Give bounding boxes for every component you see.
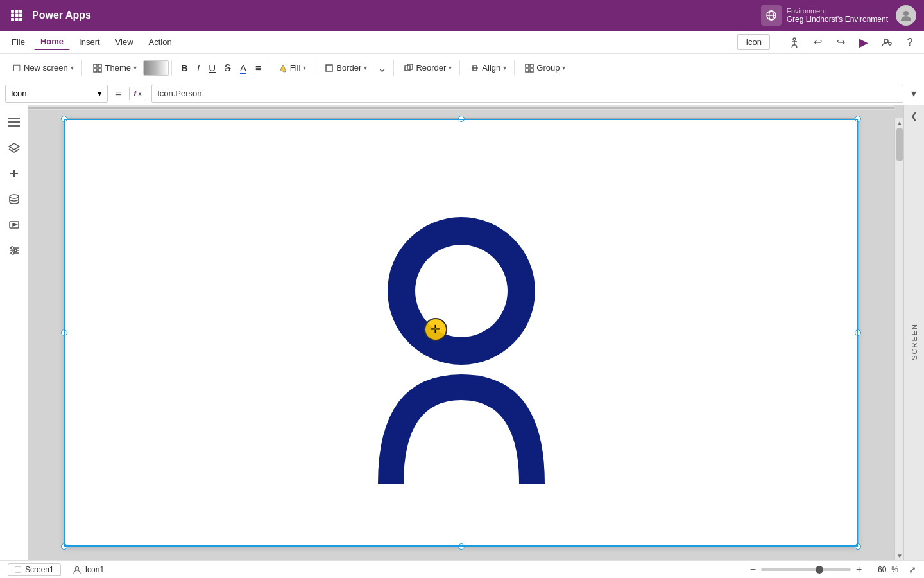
formula-input[interactable]	[151, 85, 903, 103]
sidebar-media[interactable]	[3, 213, 26, 236]
reorder-btn[interactable]: Reorder ▾	[399, 60, 457, 75]
svg-rect-7	[15, 18, 19, 21]
svg-rect-32	[526, 64, 529, 67]
scroll-thumb[interactable]	[896, 128, 903, 161]
svg-rect-25	[94, 69, 97, 72]
theme-btn[interactable]: Theme ▾	[87, 60, 142, 76]
equals-sign: =	[113, 88, 124, 100]
svg-rect-6	[11, 18, 14, 21]
strikethrough-btn[interactable]: S̶	[221, 60, 235, 76]
accessibility-btn[interactable]	[785, 33, 803, 51]
menu-insert[interactable]: Insert	[73, 35, 107, 49]
canvas-area[interactable]: ✛ ▲ ▼	[28, 105, 903, 560]
menu-action[interactable]: Action	[142, 35, 178, 49]
play-btn[interactable]: ▶	[855, 33, 873, 51]
handle-bl[interactable]	[61, 543, 67, 550]
sidebar-controls[interactable]	[3, 239, 26, 262]
user-avatar[interactable]	[896, 5, 916, 26]
zoom-controls: − + 60 % ⤢	[750, 564, 916, 575]
element-selector[interactable]: Icon ▾	[5, 85, 108, 103]
italic-btn[interactable]: I	[193, 60, 203, 76]
zoom-value: 60	[867, 565, 886, 574]
svg-rect-33	[530, 64, 533, 67]
handle-tr[interactable]	[855, 116, 861, 122]
border-group: Border ▾ ⌄	[317, 60, 394, 76]
redo-btn[interactable]: ↪	[832, 33, 850, 51]
menu-view[interactable]: View	[109, 35, 140, 49]
bottom-bar: Screen1 Icon1 − + 60 % ⤢	[0, 560, 924, 578]
border-btn[interactable]: Border ▾	[320, 60, 372, 75]
font-color-btn[interactable]: A	[236, 60, 250, 76]
help-btn[interactable]: ?	[901, 33, 919, 51]
sidebar-data[interactable]	[3, 188, 26, 211]
main-layout: ✛ ▲ ▼ ❮ SCREEN	[0, 105, 924, 560]
menu-bar-icons: ↩ ↪ ▶ ?	[785, 33, 919, 51]
svg-marker-39	[9, 143, 19, 150]
svg-rect-34	[526, 69, 529, 72]
env-name: Greg Lindhorst's Environment	[787, 15, 888, 24]
svg-rect-24	[98, 64, 101, 67]
align-btn[interactable]: ≡	[252, 60, 265, 76]
zoom-thumb[interactable]	[816, 566, 823, 574]
align-group-btn[interactable]: Align ▾	[465, 60, 511, 75]
waffle-icon[interactable]	[8, 6, 26, 24]
handle-tl[interactable]	[61, 116, 67, 122]
scroll-up-btn[interactable]: ▲	[895, 118, 903, 127]
fill-btn[interactable]: Fill ▾	[273, 60, 312, 75]
menu-bar: File Home Insert View Action Icon ↩ ↪ ▶	[0, 31, 924, 54]
handle-ml[interactable]	[61, 329, 67, 336]
icon1-tab[interactable]: Icon1	[66, 564, 110, 575]
svg-point-13	[793, 38, 796, 40]
bold-btn[interactable]: B	[177, 60, 192, 76]
handle-mr[interactable]	[855, 329, 861, 336]
svg-rect-0	[11, 10, 14, 13]
theme-group: Theme ▾	[85, 60, 172, 76]
menu-home[interactable]: Home	[34, 34, 70, 50]
underline-btn[interactable]: U	[205, 60, 219, 76]
fx-button[interactable]: f x	[129, 87, 146, 100]
zoom-in-btn[interactable]: +	[856, 564, 862, 575]
handle-tc[interactable]	[458, 116, 465, 122]
zoom-out-btn[interactable]: −	[750, 564, 756, 575]
sidebar-hamburger[interactable]	[3, 110, 26, 134]
zoom-slider[interactable]	[761, 568, 851, 571]
handle-br[interactable]	[855, 543, 861, 550]
svg-line-22	[887, 42, 889, 43]
handle-bc[interactable]	[458, 543, 465, 550]
icon-type-label: Icon	[737, 34, 770, 50]
new-screen-btn[interactable]: ☐ New screen ▾	[8, 60, 79, 76]
person-icon[interactable]: ✛	[352, 195, 570, 471]
canvas-frame[interactable]: ✛	[64, 118, 859, 547]
fill-group: Fill ▾	[271, 60, 315, 75]
new-screen-chevron: ▾	[71, 64, 74, 71]
svg-rect-27	[326, 65, 332, 71]
scroll-down-btn[interactable]: ▼	[895, 551, 903, 560]
env-label: Environment	[787, 7, 888, 15]
sidebar-add[interactable]	[3, 162, 26, 185]
formula-chevron[interactable]: ▾	[909, 87, 919, 100]
screen-dot	[15, 566, 21, 573]
align-group: Align ▾	[463, 60, 515, 75]
sidebar-layers[interactable]	[3, 136, 26, 159]
screen1-tab[interactable]: Screen1	[8, 563, 61, 576]
selector-chevron: ▾	[98, 89, 102, 98]
collapse-btn[interactable]: ❮	[907, 108, 922, 123]
left-sidebar	[0, 105, 28, 560]
svg-point-50	[12, 252, 14, 254]
toolbar: ☐ New screen ▾ Theme ▾ B I U S̶ A ≡	[0, 54, 924, 82]
canvas-scrollbar-h[interactable]	[28, 105, 894, 110]
svg-point-12	[903, 11, 909, 16]
share-btn[interactable]	[878, 33, 896, 51]
undo-btn[interactable]: ↩	[809, 33, 826, 51]
svg-point-49	[14, 249, 17, 252]
move-cursor[interactable]: ✛	[424, 318, 447, 341]
text-format-group: B I U S̶ A ≡	[175, 60, 268, 76]
menu-file[interactable]: File	[5, 35, 31, 49]
canvas-scrollbar-v[interactable]: ▲ ▼	[894, 118, 903, 560]
env-section: Environment Greg Lindhorst's Environment	[761, 5, 888, 26]
group-btn[interactable]: Group ▾	[520, 60, 570, 75]
more-btn[interactable]: ⌄	[373, 60, 391, 76]
fullscreen-btn[interactable]: ⤢	[909, 565, 916, 575]
reorder-group: Reorder ▾	[397, 60, 460, 75]
group-group: Group ▾	[517, 60, 573, 75]
